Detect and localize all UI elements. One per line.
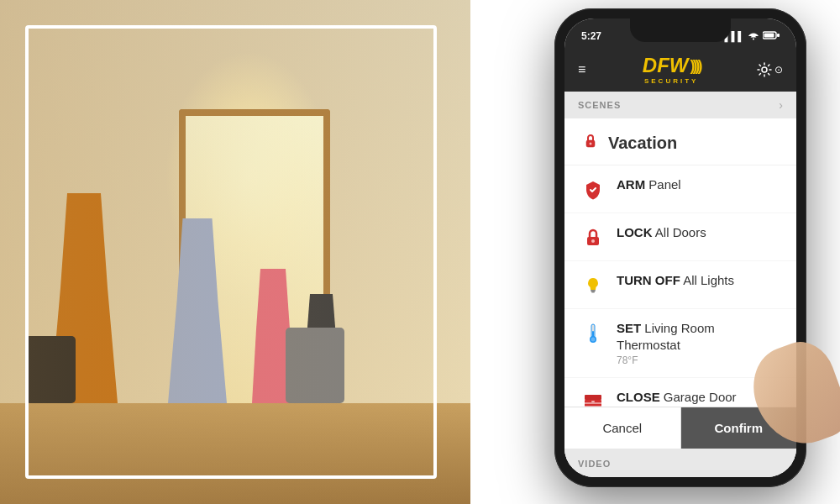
- list-item: TURN OFF All Lights: [564, 261, 796, 309]
- settings-label: ⊙: [774, 64, 783, 76]
- lock-icon: [581, 226, 605, 249]
- door-frame: [179, 109, 330, 403]
- phone-notch: [630, 18, 731, 42]
- list-item: LOCK All Doors: [564, 213, 796, 261]
- svg-rect-11: [592, 331, 594, 337]
- svg-rect-2: [777, 34, 780, 37]
- menu-icon[interactable]: ≡: [578, 62, 585, 77]
- card-title-text: Vacation: [608, 134, 677, 153]
- person-child2: [302, 294, 340, 403]
- person-man: [50, 193, 118, 403]
- svg-rect-1: [764, 34, 774, 38]
- photo-background: [0, 0, 470, 504]
- item-lock-text: LOCK All Doors: [617, 224, 706, 241]
- svg-rect-9: [591, 291, 595, 293]
- luggage-1: [25, 336, 76, 403]
- status-icons: ▌▌▌: [725, 30, 780, 42]
- garage-icon: [581, 391, 605, 407]
- cancel-button[interactable]: Cancel: [564, 407, 681, 449]
- wifi-icon: [748, 30, 759, 42]
- item-arm-text: ARM Panel: [617, 176, 681, 193]
- card-title: Vacation: [564, 118, 796, 165]
- thermostat-icon: [581, 322, 605, 345]
- video-label: VIDEO: [578, 459, 611, 469]
- status-time: 5:27: [581, 30, 601, 42]
- app-logo: DFW )))) SECURITY: [643, 54, 701, 85]
- svg-point-3: [762, 67, 767, 72]
- app-header: ≡ DFW )))) SECURITY ⊙: [564, 47, 796, 92]
- svg-point-13: [591, 338, 596, 342]
- battery-icon: [763, 30, 780, 42]
- person-child1: [252, 269, 294, 403]
- svg-rect-18: [591, 401, 595, 402]
- settings-icon[interactable]: ⊙: [757, 62, 783, 77]
- scenes-label: SCENES: [578, 100, 621, 110]
- svg-point-7: [591, 239, 595, 243]
- scenes-chevron-icon: ›: [779, 98, 783, 112]
- svg-rect-15: [585, 395, 601, 400]
- logo-waves-icon: )))): [690, 57, 701, 75]
- video-row[interactable]: VIDEO: [564, 449, 796, 477]
- bulb-icon: [581, 274, 605, 297]
- thermo-sub: 78°F: [617, 354, 780, 366]
- light-burst: [165, 50, 333, 302]
- logo-security-text: SECURITY: [644, 77, 698, 85]
- list-item: ARM Panel: [564, 165, 796, 213]
- shield-icon: [581, 178, 605, 202]
- item-garage-text: CLOSE Garage Door: [617, 389, 737, 406]
- logo-dfw-text: DFW: [643, 54, 689, 77]
- luggage-2: [286, 328, 344, 403]
- vacation-card: Vacation ARM Panel: [564, 118, 796, 477]
- svg-point-5: [590, 143, 592, 145]
- person-woman: [168, 218, 227, 403]
- wall-bg: [0, 0, 470, 403]
- item-thermo-text: SET Living Room Thermostat 78°F: [617, 320, 780, 366]
- phone-device: 5:27 ▌▌▌: [538, 8, 823, 496]
- item-lights-text: TURN OFF All Lights: [617, 272, 734, 289]
- scenes-row[interactable]: SCENES ›: [564, 92, 796, 118]
- floor-bg: [0, 403, 470, 504]
- svg-rect-8: [591, 290, 596, 291]
- vacation-icon: [581, 132, 600, 155]
